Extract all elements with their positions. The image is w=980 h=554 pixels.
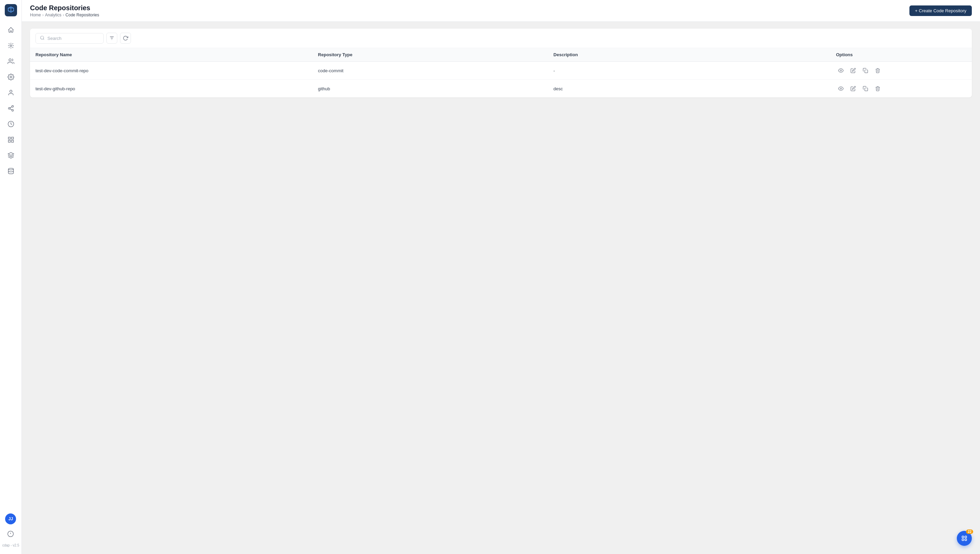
- svg-point-20: [41, 36, 44, 39]
- breadcrumb-home[interactable]: Home: [30, 13, 41, 18]
- svg-point-27: [840, 88, 841, 89]
- breadcrumb-sep-2: ›: [63, 13, 64, 18]
- svg-rect-29: [962, 536, 964, 538]
- col-header-options: Options: [831, 48, 972, 62]
- svg-point-25: [840, 70, 841, 71]
- col-header-description: Description: [548, 48, 831, 62]
- svg-point-5: [11, 106, 13, 107]
- header-left: Code Repositories Home › Analytics › Cod…: [30, 4, 99, 18]
- svg-point-1: [10, 45, 11, 47]
- table-row: test-dev-github-repo github desc: [30, 80, 972, 98]
- cell-repo-type: code-commit: [313, 62, 548, 80]
- sidebar-item-clock[interactable]: [4, 117, 18, 131]
- delete-icon[interactable]: [873, 84, 883, 93]
- breadcrumb-analytics[interactable]: Analytics: [45, 13, 61, 18]
- user-avatar[interactable]: JJ: [5, 513, 16, 524]
- cell-repo-desc: -: [548, 62, 831, 80]
- sidebar-item-profile[interactable]: [4, 86, 18, 99]
- svg-rect-13: [11, 140, 13, 142]
- col-header-type: Repository Type: [313, 48, 548, 62]
- view-icon[interactable]: [836, 66, 846, 75]
- repositories-table-container: Repository Name Repository Type Descript…: [30, 29, 972, 97]
- sidebar-item-home[interactable]: [4, 23, 18, 37]
- delete-icon[interactable]: [873, 66, 883, 75]
- col-header-name: Repository Name: [30, 48, 313, 62]
- svg-point-4: [10, 90, 12, 93]
- search-box[interactable]: [35, 33, 104, 44]
- svg-point-7: [11, 109, 13, 111]
- sidebar-item-dashboard[interactable]: [4, 133, 18, 146]
- copy-icon[interactable]: [861, 66, 870, 75]
- create-repository-button[interactable]: + Create Code Repository: [910, 5, 972, 16]
- table-toolbar: [30, 29, 972, 48]
- content-area: Repository Name Repository Type Descript…: [22, 22, 980, 554]
- sidebar-item-layers[interactable]: [4, 148, 18, 162]
- repositories-table: Repository Name Repository Type Descript…: [30, 48, 972, 97]
- cell-options: [831, 80, 972, 98]
- svg-rect-12: [11, 137, 13, 139]
- svg-point-2: [9, 59, 11, 61]
- svg-point-6: [8, 108, 10, 109]
- svg-rect-30: [965, 536, 967, 538]
- table-row: test-dev-code-commit-repo code-commit -: [30, 62, 972, 80]
- command-palette-button[interactable]: 22: [957, 531, 972, 546]
- breadcrumb-sep-1: ›: [42, 13, 44, 18]
- search-input[interactable]: [47, 36, 99, 41]
- svg-line-21: [43, 38, 44, 40]
- edit-icon[interactable]: [848, 66, 858, 75]
- sidebar-item-analytics[interactable]: [4, 39, 18, 53]
- svg-rect-28: [865, 88, 868, 91]
- search-icon: [40, 35, 45, 41]
- svg-point-16: [8, 168, 13, 170]
- sidebar-item-users[interactable]: [4, 54, 18, 68]
- svg-rect-32: [965, 539, 967, 541]
- svg-rect-26: [865, 70, 868, 73]
- version-label: cdap - v2.5: [2, 543, 19, 547]
- app-logo[interactable]: [5, 4, 17, 16]
- sidebar-nav: [4, 23, 18, 513]
- filter-button[interactable]: [106, 33, 117, 44]
- cell-repo-name: test-dev-github-repo: [30, 80, 313, 98]
- sidebar-item-settings[interactable]: [4, 70, 18, 84]
- svg-point-3: [10, 76, 11, 78]
- sidebar-item-storage[interactable]: [4, 164, 18, 178]
- cell-repo-desc: desc: [548, 80, 831, 98]
- cell-options: [831, 62, 972, 80]
- sidebar-item-info[interactable]: [4, 527, 18, 541]
- svg-line-8: [10, 109, 12, 110]
- sidebar-bottom: JJ cdap - v2.5: [2, 513, 19, 550]
- svg-rect-31: [962, 539, 964, 541]
- view-icon[interactable]: [836, 84, 846, 93]
- cell-repo-name: test-dev-code-commit-repo: [30, 62, 313, 80]
- sidebar: JJ cdap - v2.5: [0, 0, 22, 554]
- command-badge: 22: [966, 530, 973, 534]
- sidebar-item-connections[interactable]: [4, 102, 18, 115]
- copy-icon[interactable]: [861, 84, 870, 93]
- edit-icon[interactable]: [848, 84, 858, 93]
- cell-repo-type: github: [313, 80, 548, 98]
- svg-rect-14: [8, 140, 10, 142]
- breadcrumb: Home › Analytics › Code Repositories: [30, 13, 99, 18]
- page-title: Code Repositories: [30, 4, 99, 12]
- svg-marker-15: [8, 153, 14, 155]
- page-header: Code Repositories Home › Analytics › Cod…: [22, 0, 980, 22]
- svg-rect-11: [8, 137, 10, 139]
- svg-line-9: [10, 107, 12, 108]
- refresh-button[interactable]: [120, 33, 131, 44]
- breadcrumb-current: Code Repositories: [65, 13, 99, 18]
- main-content: Code Repositories Home › Analytics › Cod…: [22, 0, 980, 554]
